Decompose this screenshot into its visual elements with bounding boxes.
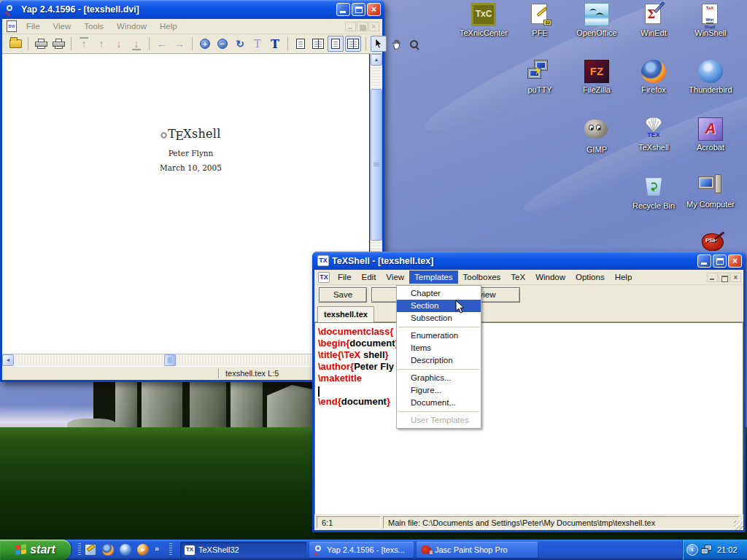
minimize-button[interactable] <box>697 254 711 268</box>
next-page-button[interactable]: ↓ <box>111 36 127 52</box>
select-tool-button[interactable] <box>371 36 387 52</box>
tab-texshell-tex[interactable]: texshell.tex <box>317 306 374 322</box>
open-file-button[interactable] <box>7 36 23 52</box>
taskbar: start ▶ » TX TeXShell32 Yap 2.4.1596 - [… <box>0 540 747 560</box>
zoom-out-button[interactable]: − <box>214 36 231 52</box>
desktop-icon-filezilla[interactable]: FZ FileZilla <box>570 60 623 94</box>
desktop-icon-winedt[interactable]: Σ WinEdt <box>627 3 680 37</box>
taskbar-button-paint-shop-pro[interactable]: 8 Jasc Paint Shop Pro <box>417 542 538 558</box>
menu-tools[interactable]: Tools <box>77 20 110 33</box>
text-mode-button[interactable]: T <box>267 36 283 52</box>
psp-task-icon: 8 <box>421 545 431 554</box>
vertical-scroll-thumb[interactable] <box>371 89 382 241</box>
forward-button[interactable]: → <box>171 36 187 52</box>
menu-help[interactable]: Help <box>610 271 638 284</box>
mdi-close-button[interactable]: × <box>369 23 379 31</box>
desktop-icon-openoffice[interactable]: OpenOffice <box>570 3 623 37</box>
texshell-editor[interactable]: \documentclass{ \begin{document} \title{… <box>314 322 743 514</box>
magnifier-tool-button[interactable] <box>406 36 422 52</box>
my-computer-icon <box>698 174 723 198</box>
menu-edit[interactable]: Edit <box>357 271 382 284</box>
menu-help[interactable]: Help <box>153 20 184 33</box>
desktop-icon-texshell[interactable]: TEX TeXshell <box>627 117 680 152</box>
taskbar-button-yap[interactable]: Yap 2.4.1596 - [texs... <box>309 542 414 558</box>
desktop-icon-paint-shop-pro-partial[interactable]: PSP <box>702 233 724 251</box>
ruler-tool-button[interactable]: T <box>249 36 266 52</box>
firefox-quicklaunch-icon[interactable] <box>102 544 114 556</box>
desktop-icon-firefox[interactable]: Firefox <box>627 60 680 94</box>
menu-item-description[interactable]: Description <box>397 354 481 367</box>
menu-view[interactable]: View <box>381 271 409 284</box>
desktop-icon-recycle-bin[interactable]: Recycle Bin <box>627 174 680 210</box>
mdi-minimize-button[interactable] <box>345 22 356 31</box>
tray-collapse-chevron[interactable]: ‹ <box>686 544 698 556</box>
quicklaunch-overflow-chevron[interactable]: » <box>155 544 159 553</box>
taskbar-button-texshell32[interactable]: TX TeXShell32 <box>180 542 306 558</box>
refresh-button[interactable]: ↻ <box>232 36 248 52</box>
scroll-up-button[interactable]: ▲ <box>371 54 382 66</box>
menu-item-chapter[interactable]: Chapter <box>397 287 481 300</box>
desktop-icon-gimp[interactable]: GIMP <box>570 117 623 154</box>
media-player-quicklaunch-icon[interactable]: ▶ <box>137 544 149 556</box>
texshell-statusbar: 6:1 Main file: C:\Documents and Settings… <box>314 514 743 530</box>
network-status-icon[interactable] <box>701 545 713 555</box>
print-button[interactable] <box>33 36 49 52</box>
menu-item-section[interactable]: Section <box>397 300 481 312</box>
back-button[interactable]: ← <box>154 36 170 52</box>
mdi-restore-button[interactable] <box>719 273 729 282</box>
continuous-view-button[interactable] <box>328 36 344 52</box>
close-button[interactable]: × <box>728 254 742 268</box>
save-button[interactable]: Save <box>319 287 367 303</box>
quicklaunch-handle[interactable] <box>78 543 81 556</box>
yap-titlebar[interactable]: Yap 2.4.1596 - [texshell.dvi] × <box>0 0 384 19</box>
menu-file[interactable]: File <box>333 271 357 284</box>
scroll-left-button[interactable]: ◄ <box>2 354 14 366</box>
menu-window[interactable]: Window <box>110 20 153 33</box>
close-button[interactable]: × <box>367 3 381 16</box>
menu-tex[interactable]: TeX <box>506 271 530 284</box>
menu-item-document[interactable]: Document... <box>397 397 481 409</box>
taskband-handle[interactable] <box>169 543 172 556</box>
menu-item-figure[interactable]: Figure... <box>397 384 481 397</box>
desktop-icon-acrobat[interactable]: A Acrobat <box>684 117 737 152</box>
desktop-icon-texniccenter[interactable]: TxC TeXnicCenter <box>457 3 510 37</box>
menu-view[interactable]: View <box>47 20 78 33</box>
menu-item-enumeration[interactable]: Enumeration <box>397 330 481 342</box>
desktop-icon-winshell[interactable]: TeX Win Shell WinShell <box>684 3 737 37</box>
texshell-titlebar[interactable]: TX TeXShell - [texshell.tex] × <box>312 252 746 270</box>
print-setup-button[interactable] <box>50 36 66 52</box>
mdi-close-button[interactable]: × <box>731 273 740 281</box>
hand-tool-button[interactable] <box>388 36 404 52</box>
double-page-view-button[interactable] <box>310 36 326 52</box>
menu-item-graphics[interactable]: Graphics... <box>397 372 481 384</box>
menu-options[interactable]: Options <box>570 271 610 284</box>
yap-menubar: DVI File View Tools Window Help × <box>2 19 382 34</box>
previous-page-button[interactable]: ↑ <box>93 36 109 52</box>
menu-item-subsection[interactable]: Subsection <box>397 312 481 324</box>
thunderbird-quicklaunch-icon[interactable] <box>120 544 131 556</box>
maximize-button[interactable] <box>713 254 727 268</box>
resize-grip[interactable] <box>734 521 743 530</box>
minimize-button[interactable] <box>336 3 350 16</box>
desktop-icon-thunderbird[interactable]: Thunderbird <box>684 60 737 94</box>
zoom-in-button[interactable]: + <box>197 36 213 52</box>
show-desktop-icon[interactable] <box>85 544 96 556</box>
menu-file[interactable]: File <box>20 20 47 33</box>
start-button[interactable]: start <box>0 540 71 560</box>
menu-window[interactable]: Window <box>530 271 570 284</box>
mdi-restore-button[interactable] <box>357 22 368 31</box>
maximize-button[interactable] <box>352 3 365 16</box>
menu-item-items[interactable]: Items <box>397 342 481 354</box>
continuous-double-view-button[interactable] <box>345 36 361 52</box>
single-page-view-button[interactable] <box>293 36 309 52</box>
menu-templates[interactable]: Templates <box>409 271 457 284</box>
openoffice-icon <box>584 3 609 26</box>
desktop-icon-pfe[interactable]: 32 PFE <box>514 3 566 37</box>
menu-toolboxes[interactable]: Toolboxes <box>458 271 506 284</box>
horizontal-scroll-thumb[interactable] <box>164 354 176 366</box>
mdi-minimize-button[interactable] <box>707 273 718 282</box>
first-page-button[interactable]: ↑ <box>76 36 92 52</box>
last-page-button[interactable]: ↓ <box>128 36 144 52</box>
desktop-icon-putty[interactable]: puTTY <box>514 60 566 94</box>
desktop-icon-my-computer[interactable]: My Computer <box>684 174 737 209</box>
